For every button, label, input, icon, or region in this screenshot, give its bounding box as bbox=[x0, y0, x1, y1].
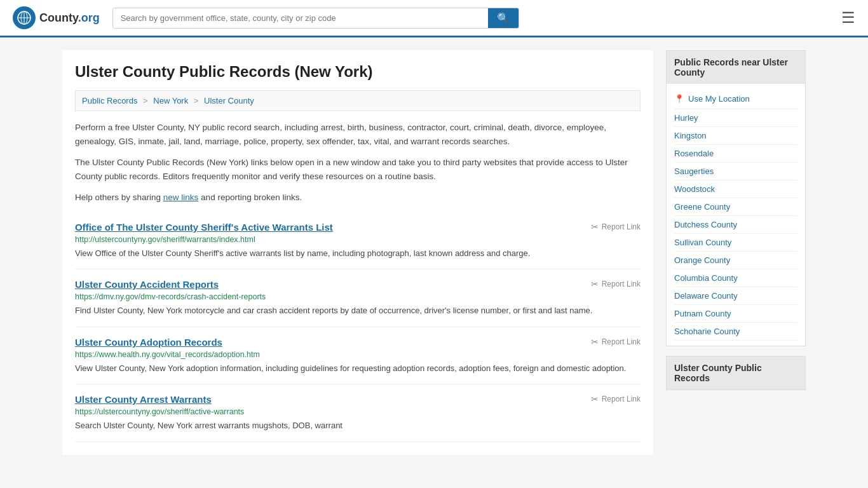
logo-icon bbox=[13, 6, 36, 29]
record-url[interactable]: https://ulstercountyny.gov/sheriff/activ… bbox=[75, 407, 641, 416]
sidebar-nearby-link[interactable]: Hurley bbox=[674, 109, 797, 127]
use-location-label: Use My Location bbox=[688, 94, 750, 104]
description-3: Help others by sharing new links and rep… bbox=[75, 191, 641, 205]
breadcrumb-sep2: > bbox=[194, 96, 201, 105]
logo-text: County.org bbox=[39, 11, 100, 25]
record-title[interactable]: Ulster County Accident Reports bbox=[75, 279, 219, 290]
record-url[interactable]: https://dmv.ny.gov/dmv-records/crash-acc… bbox=[75, 292, 641, 301]
sidebar-links-list: HurleyKingstonRosendaleSaugertiesWoodsto… bbox=[674, 109, 797, 341]
sidebar-nearby-link[interactable]: Kingston bbox=[674, 127, 797, 145]
site-header: County.org 🔍 ☰ bbox=[0, 0, 868, 37]
search-bar: 🔍 bbox=[112, 8, 519, 29]
record-header: Ulster County Adoption Records ✂ Report … bbox=[75, 337, 641, 348]
sidebar-nearby-link[interactable]: Dutchess County bbox=[674, 216, 797, 234]
record-title[interactable]: Ulster County Adoption Records bbox=[75, 337, 222, 348]
report-link-button[interactable]: ✂ Report Link bbox=[591, 394, 641, 404]
report-link-icon: ✂ bbox=[591, 394, 599, 404]
logo[interactable]: County.org bbox=[13, 6, 100, 29]
record-desc: Find Ulster County, New York motorcycle … bbox=[75, 304, 641, 317]
bottom-title: Ulster County Public Records bbox=[667, 356, 805, 390]
main-layout: Ulster County Public Records (New York) … bbox=[53, 37, 815, 468]
records-list: Office of The Ulster County Sheriff's Ac… bbox=[75, 212, 641, 442]
new-links[interactable]: new links bbox=[163, 193, 199, 202]
location-icon: 📍 bbox=[674, 94, 684, 104]
sidebar: Public Records near Ulster County 📍 Use … bbox=[666, 50, 806, 455]
record-item: Office of The Ulster County Sheriff's Ac… bbox=[75, 212, 641, 270]
sidebar-nearby-link[interactable]: Columbia County bbox=[674, 269, 797, 287]
sidebar-nearby-link[interactable]: Woodstock bbox=[674, 180, 797, 198]
search-input[interactable] bbox=[113, 8, 488, 28]
report-link-icon: ✂ bbox=[591, 279, 599, 289]
bottom-box: Ulster County Public Records bbox=[666, 356, 806, 390]
menu-icon: ☰ bbox=[841, 9, 855, 26]
breadcrumb-ulster-county[interactable]: Ulster County bbox=[204, 96, 254, 105]
sidebar-nearby-link[interactable]: Delaware County bbox=[674, 287, 797, 305]
search-button[interactable]: 🔍 bbox=[488, 8, 519, 28]
nearby-content: 📍 Use My Location HurleyKingstonRosendal… bbox=[667, 84, 805, 346]
sidebar-nearby-link[interactable]: Saugerties bbox=[674, 163, 797, 180]
record-desc: Search Ulster County, New York arrest wa… bbox=[75, 419, 641, 432]
record-desc: View Ulster County, New York adoption in… bbox=[75, 362, 641, 375]
content-area: Ulster County Public Records (New York) … bbox=[62, 50, 653, 455]
search-icon: 🔍 bbox=[497, 13, 510, 24]
nearby-box: Public Records near Ulster County 📍 Use … bbox=[666, 50, 806, 346]
sidebar-nearby-link[interactable]: Rosendale bbox=[674, 145, 797, 163]
report-link-button[interactable]: ✂ Report Link bbox=[591, 222, 641, 232]
breadcrumb-new-york[interactable]: New York bbox=[153, 96, 188, 105]
sidebar-nearby-link[interactable]: Sullivan County bbox=[674, 234, 797, 252]
report-link-icon: ✂ bbox=[591, 222, 599, 232]
record-desc: View Office of the Ulster County Sheriff… bbox=[75, 247, 641, 260]
record-item: Ulster County Accident Reports ✂ Report … bbox=[75, 269, 641, 327]
breadcrumb-public-records[interactable]: Public Records bbox=[82, 96, 137, 105]
record-title[interactable]: Ulster County Arrest Warrants bbox=[75, 394, 212, 405]
record-url[interactable]: http://ulstercountyny.gov/sheriff/warran… bbox=[75, 235, 641, 244]
description-1: Perform a free Ulster County, NY public … bbox=[75, 121, 641, 148]
page-title: Ulster County Public Records (New York) bbox=[75, 63, 641, 81]
record-item: Ulster County Adoption Records ✂ Report … bbox=[75, 327, 641, 385]
hamburger-menu[interactable]: ☰ bbox=[841, 9, 855, 27]
record-title[interactable]: Office of The Ulster County Sheriff's Ac… bbox=[75, 222, 333, 233]
description-2: The Ulster County Public Records (New Yo… bbox=[75, 156, 641, 183]
record-header: Office of The Ulster County Sheriff's Ac… bbox=[75, 222, 641, 233]
sidebar-nearby-link[interactable]: Schoharie County bbox=[674, 323, 797, 341]
report-link-button[interactable]: ✂ Report Link bbox=[591, 337, 641, 347]
report-link-button[interactable]: ✂ Report Link bbox=[591, 279, 641, 289]
record-item: Ulster County Arrest Warrants ✂ Report L… bbox=[75, 384, 641, 442]
sidebar-nearby-link[interactable]: Putnam County bbox=[674, 305, 797, 323]
record-header: Ulster County Arrest Warrants ✂ Report L… bbox=[75, 394, 641, 405]
use-location-button[interactable]: 📍 Use My Location bbox=[674, 89, 797, 109]
sidebar-nearby-link[interactable]: Greene County bbox=[674, 198, 797, 216]
report-link-icon: ✂ bbox=[591, 337, 599, 347]
record-url[interactable]: https://www.health.ny.gov/vital_records/… bbox=[75, 350, 641, 359]
sidebar-nearby-link[interactable]: Orange County bbox=[674, 252, 797, 269]
record-header: Ulster County Accident Reports ✂ Report … bbox=[75, 279, 641, 290]
breadcrumb-sep1: > bbox=[143, 96, 150, 105]
nearby-title: Public Records near Ulster County bbox=[667, 51, 805, 84]
breadcrumb: Public Records > New York > Ulster Count… bbox=[75, 90, 641, 111]
